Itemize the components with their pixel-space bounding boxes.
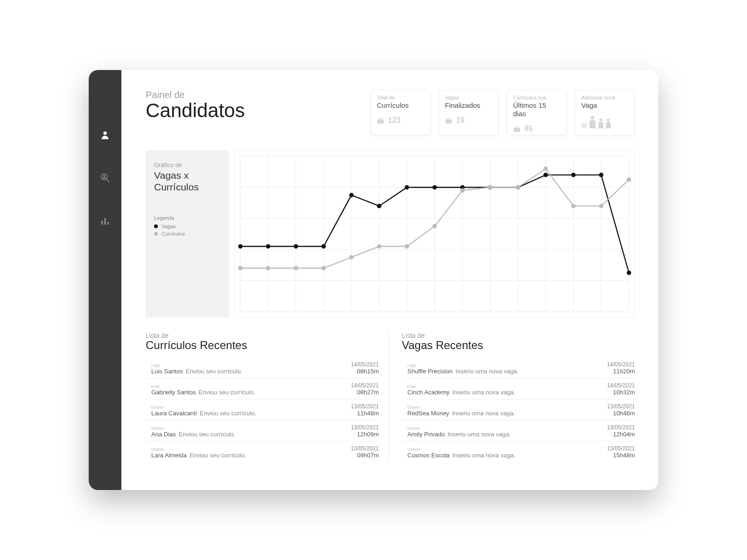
card-vagas-finalizados[interactable]: Vagas Finalizados 19 xyxy=(439,90,499,135)
list-item[interactable]: HojeLuis SantosEnviou seu currículo.14/0… xyxy=(146,357,379,378)
card-value: 85 xyxy=(524,125,533,133)
svg-rect-8 xyxy=(379,118,381,119)
card-value: 123 xyxy=(388,116,401,125)
item-time: 10h32m xyxy=(607,389,635,396)
item-date: 14/05/2021 xyxy=(351,361,379,368)
svg-point-62 xyxy=(432,224,437,229)
item-who: Luis Santos xyxy=(151,368,183,375)
svg-point-41 xyxy=(266,244,271,249)
item-action: Inseriu uma nova vaga. xyxy=(452,389,515,396)
item-who: Cinch Academy xyxy=(408,389,450,396)
list-item[interactable]: OntemLara AlmeidaEnviou seu currículo.13… xyxy=(146,441,379,462)
svg-point-40 xyxy=(238,244,243,249)
list-supertitle: Lista de xyxy=(146,332,379,339)
item-date: 14/05/2021 xyxy=(607,382,635,389)
item-who: Amity Privado xyxy=(408,431,445,438)
item-when: Ontem xyxy=(408,447,515,452)
list-item[interactable]: OntemLaura CavalcantiEnviou seu currícul… xyxy=(146,399,379,420)
svg-point-58 xyxy=(321,266,326,271)
list-curriculos-recentes: Lista de Currículos Recentes HojeLuis Sa… xyxy=(146,332,389,462)
summary-cards: Total de Currículos 123 Vagas Finalizado… xyxy=(371,90,635,135)
svg-point-67 xyxy=(571,204,576,209)
card-total-curriculos[interactable]: Total de Currículos 123 xyxy=(371,90,430,135)
svg-point-43 xyxy=(321,244,326,249)
list-item[interactable]: OntemAna DiasEnviou seu currículo.13/05/… xyxy=(146,420,379,441)
sidebar-item-candidates[interactable] xyxy=(100,131,110,141)
item-date: 13/05/2021 xyxy=(351,445,379,452)
item-who: RedSea Money xyxy=(408,410,450,417)
legend-label: Currículos xyxy=(162,231,185,237)
item-action: Enviou seu currículo. xyxy=(179,431,235,438)
item-time: 11h20m xyxy=(607,368,635,375)
item-who: Laura Cavalcanti xyxy=(151,410,197,417)
card-title: Vaga xyxy=(581,101,629,110)
svg-point-3 xyxy=(103,175,105,177)
card-title: Currículos xyxy=(377,101,424,110)
item-action: Inseriu uma nova vaga. xyxy=(448,431,511,438)
list-vagas-recentes: Lista de Vagas Recentes HojeShuffle Prec… xyxy=(389,332,635,462)
item-time: 15h48m xyxy=(607,452,635,459)
list-item[interactable]: OntemAmity PrivadoInseriu uma nova vaga.… xyxy=(402,420,635,441)
item-date: 14/05/2021 xyxy=(607,361,635,368)
item-date: 13/05/2021 xyxy=(351,403,379,410)
item-time: 10h46m xyxy=(607,410,635,417)
svg-point-61 xyxy=(405,244,409,249)
item-time: 11h48m xyxy=(351,410,379,417)
sidebar-item-search[interactable] xyxy=(100,174,110,184)
item-when: Hoje xyxy=(408,384,515,389)
sidebar xyxy=(89,70,121,490)
sidebar-item-reports[interactable] xyxy=(100,217,110,227)
item-when: Hoje xyxy=(408,363,519,368)
item-when: Ontem xyxy=(151,447,246,452)
header-row: Painel de Candidatos Total de Currículos… xyxy=(146,90,635,135)
chart-section: Gráfico de Vagas x Currículos Legenda Va… xyxy=(146,150,635,318)
legend-dot xyxy=(154,232,158,236)
item-who: Ana Dias xyxy=(151,431,176,438)
item-action: Enviou seu currículo. xyxy=(186,368,242,375)
list-item[interactable]: OntemCosmos EscolaInseriu uma nova vaga.… xyxy=(402,441,635,462)
briefcase-icon xyxy=(445,117,452,124)
svg-point-16 xyxy=(591,116,594,119)
card-title: Últimos 15 dias xyxy=(513,101,561,118)
list-item[interactable]: HojeCinch AcademyInseriu uma nova vaga.1… xyxy=(402,378,635,399)
item-date: 13/05/2021 xyxy=(607,403,635,410)
page-supertitle: Painel de xyxy=(146,90,245,100)
item-date: 14/05/2021 xyxy=(351,382,379,389)
svg-point-54 xyxy=(627,271,631,275)
svg-point-65 xyxy=(516,185,521,190)
item-action: Inseriu uma nova vaga. xyxy=(456,368,519,375)
svg-point-0 xyxy=(103,132,106,135)
svg-point-17 xyxy=(599,119,602,121)
item-when: Ontem xyxy=(408,405,515,410)
list-item[interactable]: OntemRedSea MoneyInseriu uma nova vaga.1… xyxy=(402,399,635,420)
svg-rect-5 xyxy=(104,218,106,225)
card-supertitle: Vagas xyxy=(445,95,493,101)
legend-item-curriculos: Currículos xyxy=(154,231,220,237)
svg-rect-6 xyxy=(107,222,109,225)
list-item[interactable]: HojeGabrielly SantosEnviou seu currículo… xyxy=(146,378,379,399)
list-item[interactable]: HojeShuffle PrecisionInseriu uma nova va… xyxy=(402,357,635,378)
app-frame: Painel de Candidatos Total de Currículos… xyxy=(89,70,658,490)
legend-label: Vagas xyxy=(162,224,176,229)
chart-legend: Legenda Vagas Currículos xyxy=(154,215,220,237)
item-date: 13/05/2021 xyxy=(351,424,379,431)
card-supertitle: Adicionar nova xyxy=(581,95,629,101)
item-time: 08h27m xyxy=(351,389,379,396)
chart-title: Vagas x Currículos xyxy=(154,169,220,193)
card-add-vaga[interactable]: Adicionar nova Vaga xyxy=(575,90,635,135)
svg-point-51 xyxy=(543,173,548,177)
svg-rect-4 xyxy=(101,221,103,224)
svg-point-59 xyxy=(349,255,354,260)
user-icon xyxy=(100,130,110,142)
item-action: Inseriu uma nova vaga. xyxy=(452,410,515,417)
item-when: Ontem xyxy=(408,426,511,431)
legend-item-vagas: Vagas xyxy=(154,224,220,229)
item-time: 09h07m xyxy=(351,452,379,459)
item-action: Enviou seu currículo. xyxy=(200,410,256,417)
item-time: 12h09m xyxy=(351,431,379,438)
svg-point-53 xyxy=(599,173,604,177)
list-title: Currículos Recentes xyxy=(146,339,379,352)
svg-point-44 xyxy=(349,193,354,197)
item-time: 12h04m xyxy=(607,431,635,438)
card-ultimos-15-dias[interactable]: Currículos nos Últimos 15 dias 85 xyxy=(507,90,567,135)
